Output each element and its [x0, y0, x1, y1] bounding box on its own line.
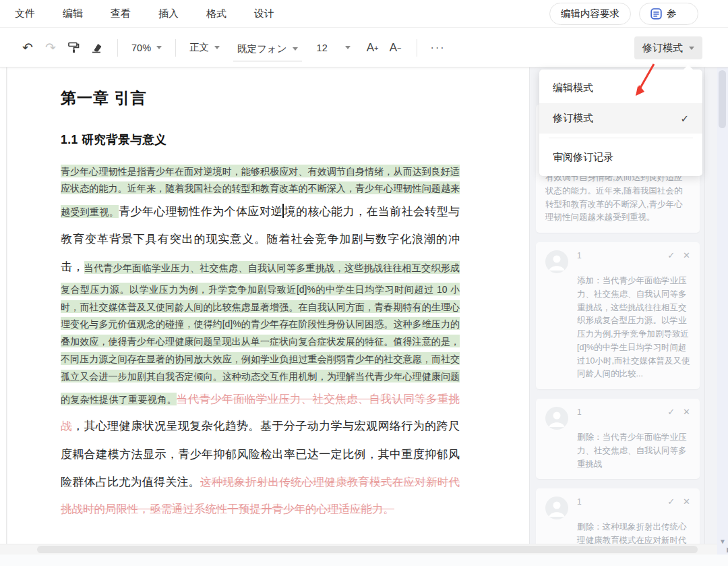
menu-item-查看[interactable]: 查看	[111, 7, 131, 20]
dropdown-item-label: 审阅修订记录	[553, 151, 613, 164]
status-strip	[0, 555, 728, 566]
document-paragraph[interactable]: 青少年心理韧性是指青少年在面对逆境时，能够积极应对、有效调节自身情绪，从而达到良…	[61, 163, 460, 523]
comment-text: 删除：当代青少年面临学业压力、社交焦虑、自我认同等多重挑战	[545, 431, 690, 471]
toolbar-separator	[175, 39, 176, 57]
zoom-select[interactable]: 70%	[127, 40, 166, 56]
revision-mode-dropdown: 编辑模式修订模式✓审阅修订记录	[539, 69, 702, 176]
decrease-font-size-button[interactable]: A−	[384, 36, 407, 59]
zoom-value: 70%	[131, 43, 151, 53]
font-size-value: 12	[317, 43, 328, 53]
document-content: 第一章 引言 1.1 研究背景与意义 青少年心理韧性是指青少年在面对逆境时，能够…	[7, 67, 464, 544]
reject-revision-icon[interactable]: ✕	[683, 407, 690, 417]
paragraph-style-select[interactable]: 正文	[185, 38, 224, 57]
reference-button[interactable]: 参	[639, 3, 698, 25]
reject-revision-icon[interactable]: ✕	[683, 497, 690, 507]
inserted-text-run: 当代青少年面临学业压力、社交焦虑、自我认同等多重挑战，这些挑战往往相互交织形成复…	[61, 261, 460, 405]
edit-content-requirements-button[interactable]: 编辑内容要求	[549, 3, 631, 25]
toolbar-separator	[117, 39, 118, 57]
avatar	[545, 497, 568, 519]
comment-author-index: 1	[577, 250, 667, 261]
dropdown-divider	[549, 138, 693, 138]
undo-button[interactable]: ↶	[16, 36, 39, 59]
comment-text: 添加：当代青少年面临学业压力、社交焦虑、自我认同等多重挑战，这些挑战往往相互交织…	[545, 275, 690, 381]
section-heading: 1.1 研究背景与意义	[61, 132, 464, 148]
dropdown-item-审阅修订记录[interactable]: 审阅修订记录	[539, 142, 702, 173]
comment-text: 有效调节自身情绪,从而达到良好适应状态的能力。近年来,随着我国社会的转型和教育改…	[545, 171, 690, 225]
revision-mode-button[interactable]: 修订模式	[634, 36, 702, 59]
menu-item-格式[interactable]: 格式	[206, 7, 226, 20]
decrease-font-label: A	[390, 41, 397, 55]
document-body: 青少年心理韧性是指青少年在面对逆境时，能够积极应对、有效调节自身情绪，从而达到良…	[61, 163, 464, 544]
main-menus: 文件编辑查看插入格式设计	[0, 7, 274, 20]
vertical-scrollbar-thumb[interactable]	[719, 70, 726, 128]
redo-button[interactable]: ↷	[39, 36, 62, 59]
format-painter-button[interactable]	[62, 36, 85, 59]
accept-revision-icon[interactable]: ✓	[667, 250, 675, 260]
avatar	[545, 250, 568, 273]
document-page[interactable]: 第一章 引言 1.1 研究背景与意义 青少年心理韧性是指青少年在面对逆境时，能够…	[7, 67, 530, 544]
eraser-icon	[90, 41, 103, 55]
font-family-value: 既定フォン	[237, 43, 287, 55]
chapter-heading: 第一章 引言	[61, 88, 464, 109]
dropdown-item-label: 编辑模式	[553, 82, 593, 94]
dropdown-item-label: 修订模式	[553, 112, 593, 125]
app-window: 文件编辑查看插入格式设计 编辑内容要求 参 ↶ ↷	[0, 0, 728, 566]
left-rail	[0, 67, 7, 544]
comment-text: 删除：这种现象折射出传统心理健康教育模式在应对新时代挑战时的局限性,亟需通过系统…	[545, 521, 690, 544]
eraser-button[interactable]	[85, 36, 108, 59]
scroll-down-arrow-icon[interactable]: ▼	[717, 538, 728, 545]
vertical-scrollbar[interactable]: ▼	[717, 67, 728, 555]
reject-revision-icon[interactable]: ✕	[683, 250, 690, 260]
comment-card-header: 1✓✕	[545, 407, 690, 430]
font-family-select[interactable]: 既定フォン	[233, 40, 302, 61]
dropdown-item-修订模式[interactable]: 修订模式✓	[539, 103, 702, 134]
comment-card-header: 1✓✕	[545, 497, 690, 519]
accept-revision-icon[interactable]: ✓	[667, 407, 675, 417]
revision-mode-label: 修订模式	[642, 42, 683, 55]
comment-card-header: 1✓✕	[545, 250, 690, 273]
chevron-down-icon	[214, 46, 220, 49]
accept-revision-icon[interactable]: ✓	[667, 497, 675, 507]
increase-font-size-button[interactable]: A+	[361, 36, 384, 59]
menu-item-设计[interactable]: 设计	[254, 7, 274, 20]
comment-author-index: 1	[577, 497, 667, 507]
sidebar-divider	[704, 67, 705, 544]
menu-item-插入[interactable]: 插入	[158, 7, 179, 20]
formatting-toolbar: ↶ ↷ 70% 正文 既定フォン	[0, 28, 728, 67]
menubar-actions: 编辑内容要求 参	[549, 3, 698, 25]
horizontal-scrollbar-thumb[interactable]	[37, 546, 698, 553]
format-painter-icon	[67, 41, 80, 54]
toolbar-separator	[417, 39, 417, 57]
chevron-down-icon	[293, 47, 298, 51]
comment-author-index: 1	[577, 407, 667, 418]
text-run: 青少年心理韧性作为个体应对逆	[119, 205, 282, 218]
increase-font-label: A	[367, 41, 374, 55]
more-tools-button[interactable]: ···	[427, 36, 450, 59]
reference-button-label: 参	[667, 7, 677, 20]
comment-card[interactable]: 1✓✕删除：当代青少年面临学业压力、社交焦虑、自我认同等多重挑战	[536, 399, 700, 479]
document-icon	[650, 8, 662, 20]
chevron-down-icon	[345, 46, 351, 49]
chevron-down-icon	[156, 46, 162, 49]
menu-item-编辑[interactable]: 编辑	[63, 7, 83, 20]
menu-item-文件[interactable]: 文件	[15, 7, 35, 20]
check-icon: ✓	[680, 113, 689, 125]
dropdown-item-编辑模式[interactable]: 编辑模式	[539, 73, 702, 103]
comment-card[interactable]: 1✓✕删除：这种现象折射出传统心理健康教育模式在应对新时代挑战时的局限性,亟需通…	[536, 488, 700, 544]
paragraph-style-value: 正文	[189, 41, 209, 54]
menu-bar: 文件编辑查看插入格式设计 编辑内容要求 参	[0, 0, 728, 28]
chevron-down-icon	[689, 47, 694, 50]
font-size-select[interactable]: 12	[313, 40, 355, 56]
comment-card[interactable]: 1✓✕添加：当代青少年面临学业压力、社交焦虑、自我认同等多重挑战，这些挑战往往相…	[536, 242, 700, 389]
horizontal-scrollbar[interactable]: ▶	[0, 544, 717, 555]
avatar	[545, 407, 568, 430]
